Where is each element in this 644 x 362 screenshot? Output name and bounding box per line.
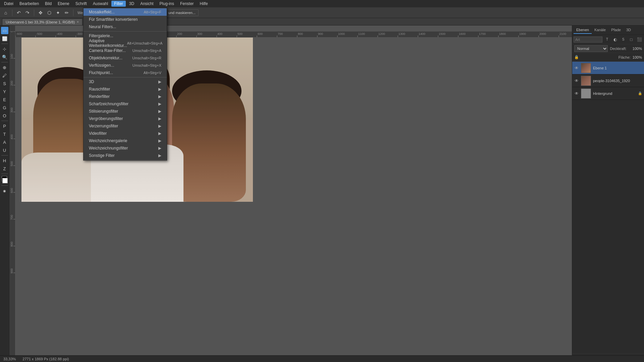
filter-menu-convert-smart[interactable]: Für Smartfilter konvertieren [84,16,167,23]
filter-menu-soft-filter[interactable]: Weichzeichnungsfilter ▶ [84,144,167,152]
layer-lock-icon: 🔒 [638,92,642,96]
layer-item-ebene1[interactable]: 👁 Ebene 1 [572,62,644,74]
menu-fenster[interactable]: Fenster [177,1,197,7]
filter-menu-liquify[interactable]: Verflüssigen... Umschalt+Strg+X [84,62,167,69]
ruler-corner [9,25,15,32]
menu-ansicht[interactable]: Ansicht [138,1,156,7]
toolbar-sep-1 [12,9,12,16]
layer-filter-pixel[interactable]: ⬛ [636,36,643,43]
menu-auswahl[interactable]: Auswahl [90,1,111,7]
tool-eraser[interactable]: E [1,96,8,103]
filter-menu-render[interactable]: Renderfilter ▶ [84,93,167,100]
tool-magic[interactable]: ✦ [54,9,62,16]
menu-bearbeiten[interactable]: Bearbeiten [17,1,42,7]
tool-history-brush[interactable]: Y [1,88,8,95]
left-toolbar: ▭ ⬜ ⊹ 🔍 ⊕ 🖊 S Y E G O P T A U H Z ◉ [0,25,9,362]
tool-path-select[interactable]: A [1,138,8,146]
toolbar-sep-3 [73,9,73,16]
filter-menu-stylize[interactable]: Stilisierungsfilter ▶ [84,108,167,115]
tool-heal[interactable]: ⊕ [1,64,8,71]
layers-panel: T ◐ S □ ⬛ Normal Deckkraft: 100% 🔒 Fläch… [572,35,644,362]
fill-value: 100% [633,55,642,59]
opacity-label: Deckkraft: [610,47,627,51]
tool-brush[interactable]: ✏ [63,9,70,16]
tab-title: Unbenannt-1 bei 33,3% (Ebene 1, RGB/8) [6,20,75,24]
tool-text[interactable]: T [1,130,8,138]
menu-hilfe[interactable]: Hilfe [197,1,211,7]
tool-selection[interactable]: ▭ [1,27,8,34]
menu-datei[interactable]: Datei [1,1,16,7]
filter-menu-soft-gallery[interactable]: Weichzeichnergalerie ▶ [84,137,167,144]
tool-shape[interactable]: U [1,146,8,154]
filter-menu-other[interactable]: Sonstige Filter ▶ [84,152,167,159]
tool-gradient[interactable]: G [1,104,8,111]
tool-sep-5 [1,174,8,174]
layer-name-ebene1: Ebene 1 [593,66,642,70]
redo-button[interactable]: ↷ [24,9,31,16]
filter-menu-coarsen[interactable]: Vergröberungsfilter ▶ [84,115,167,122]
layer-item-people[interactable]: 👁 people-3104635_1920 [572,74,644,87]
layer-item-hintergrund[interactable]: 👁 Hintergrund 🔒 [572,87,644,100]
filter-menu-adaptive[interactable]: Adaptive Weitwinkelkorrektur... Alt+Umsc… [84,40,167,47]
filter-menu-mosaic[interactable]: Mosaikeffekt... Alt+Strg+F [84,8,167,16]
opacity-value: 100% [629,47,642,51]
filter-3d-arrow: ▶ [158,79,161,84]
layer-eye-people[interactable]: 👁 [574,78,579,83]
filter-menu-noise[interactable]: Rauschfilter ▶ [84,85,167,93]
tool-rectangle-select[interactable]: ⬜ [1,35,8,42]
layer-thumb-people [581,76,591,86]
filter-menu-neural[interactable]: Neural Filters... [84,23,167,31]
layers-search-input[interactable] [574,37,602,43]
filter-menu-section-3: 3D ▶ Rauschfilter ▶ Renderfilter ▶ Schar… [84,77,167,160]
layer-filter-smart[interactable]: S [620,36,627,43]
filter-menu-3d[interactable]: 3D ▶ [84,78,167,85]
filter-dropdown-menu: Mosaikeffekt... Alt+Strg+F Für Smartfilt… [83,7,167,161]
tool-dodge[interactable]: O [1,112,8,119]
panel-tab-paths[interactable]: Pfade [608,26,624,34]
tab-close-icon[interactable]: × [77,20,79,24]
tool-zoom[interactable]: Z [1,165,8,172]
filter-soft-filter-arrow: ▶ [158,146,161,150]
ruler-vertical [9,32,15,356]
panel-tab-3d[interactable]: 3D [624,26,634,34]
filter-menu-sharpen[interactable]: Scharfzeichnungsfilter ▶ [84,100,167,108]
tool-crop[interactable]: ⊹ [1,45,8,53]
layer-eye-ebene1[interactable]: 👁 [574,66,579,70]
panel-tabs: Ebenen Kanäle Pfade 3D [572,25,644,35]
filter-menu-vanishing-point[interactable]: Fluchtpunkt... Alt+Strg+V [84,69,167,76]
tool-lasso[interactable]: ⬡ [46,9,53,16]
tool-path[interactable]: P [1,122,8,130]
menu-ebene[interactable]: Ebene [55,1,72,7]
menu-filter[interactable]: Filter [111,1,126,7]
menu-bild[interactable]: Bild [42,1,54,7]
background-color[interactable] [2,178,8,183]
tool-eyedropper[interactable]: 🔍 [1,53,8,61]
filter-menu-lens-correction[interactable]: Objektivkorrektur... Umschalt+Strg+R [84,54,167,62]
tool-hand[interactable]: H [1,157,8,164]
panel-tab-channels[interactable]: Kanäle [592,26,608,34]
status-bar: 33,33% 2771 x 1869 Px (182.88 ppi) [0,355,644,362]
tool-brush2[interactable]: 🖊 [1,72,8,79]
tool-quickmask[interactable]: ◉ [1,187,8,194]
layer-filter-shape[interactable]: □ [628,36,635,43]
undo-button[interactable]: ↶ [15,9,22,16]
color-picker-area[interactable] [1,175,8,184]
tool-sep-1 [1,44,8,44]
menu-3d[interactable]: 3D [126,1,137,7]
filter-menu-camera-raw[interactable]: Camera Raw-Filter... Umschalt+Strg+A [84,47,167,54]
tool-move[interactable]: ✥ [37,9,44,16]
menu-schrift[interactable]: Schrift [73,1,90,7]
blend-mode-select[interactable]: Normal [574,45,608,52]
home-button[interactable]: ⌂ [2,9,9,16]
layer-eye-hintergrund[interactable]: 👁 [574,91,579,96]
tool-stamp[interactable]: S [1,80,8,87]
tool-sep-4 [1,155,8,156]
document-tab[interactable]: Unbenannt-1 bei 33,3% (Ebene 1, RGB/8) × [2,18,83,25]
panel-tab-layers[interactable]: Ebenen [574,26,592,34]
filter-coarsen-arrow: ▶ [158,116,161,121]
layer-filter-type[interactable]: T [604,36,610,43]
filter-menu-distort[interactable]: Verzerrungsfilter ▶ [84,122,167,130]
layer-filter-adjustment[interactable]: ◐ [612,36,619,43]
filter-menu-video[interactable]: Videofilter ▶ [84,130,167,137]
menu-plugins[interactable]: Plug-ins [157,1,177,7]
